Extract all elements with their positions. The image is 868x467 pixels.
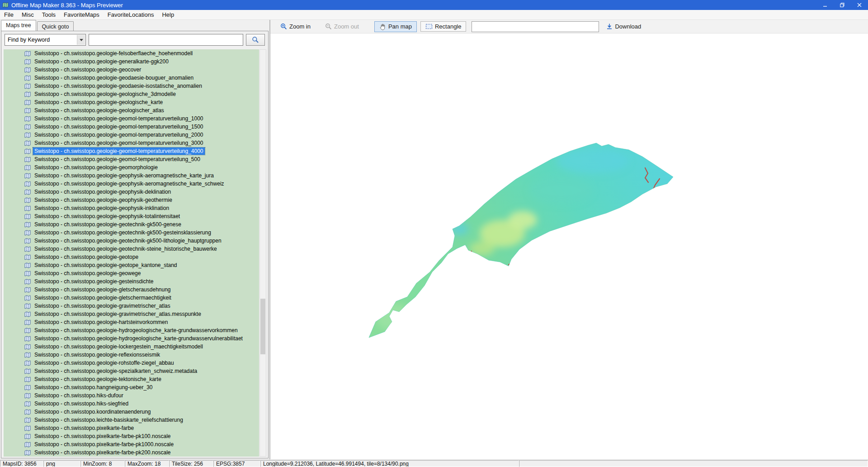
list-item[interactable]: Swisstopo - ch.swisstopo.geologie-hydrog… — [4, 334, 259, 343]
list-item[interactable]: Swisstopo - ch.swisstopo.geologie-felsob… — [4, 49, 259, 57]
rectangle-toggle[interactable]: Rectangle — [420, 21, 467, 32]
list-item-label: Swisstopo - ch.swisstopo.geologie-geophy… — [33, 213, 181, 220]
list-item[interactable]: Swisstopo - ch.swisstopo.geologie-gravim… — [4, 302, 259, 310]
map-layer-icon — [24, 197, 31, 203]
list-item-label: Swisstopo - ch.swisstopo.pixelkarte-farb… — [33, 441, 175, 448]
map-viewport[interactable] — [270, 34, 868, 459]
restore-button[interactable] — [834, 0, 851, 10]
list-item[interactable]: Swisstopo - ch.swisstopo.geologie-locker… — [4, 343, 259, 351]
list-item[interactable]: Swisstopo - ch.swisstopo.leichte-basiska… — [4, 416, 259, 424]
hand-icon — [379, 23, 386, 30]
list-item[interactable]: Swisstopo - ch.swisstopo.geologie-geocov… — [4, 66, 259, 74]
keyword-input[interactable] — [89, 34, 243, 46]
list-item[interactable]: Swisstopo - ch.swisstopo.geologie-reflex… — [4, 351, 259, 359]
list-item[interactable]: Swisstopo - ch.swisstopo.geologie-gletsc… — [4, 294, 259, 302]
list-item[interactable]: Swisstopo - ch.swisstopo.geologie-genera… — [4, 57, 259, 66]
list-item[interactable]: Swisstopo - ch.swisstopo.geologie-geophy… — [4, 196, 259, 204]
download-button[interactable]: Download — [604, 22, 643, 31]
list-item[interactable]: Swisstopo - ch.swisstopo.geologie-geodae… — [4, 74, 259, 82]
map-layer-icon — [24, 246, 31, 252]
maps-list-scrollbar[interactable] — [259, 49, 266, 457]
map-layer-icon — [24, 51, 31, 57]
list-item[interactable]: Swisstopo - ch.swisstopo.pixelkarte-farb… — [4, 448, 259, 457]
list-item-label: Swisstopo - ch.swisstopo.geologie-geotec… — [33, 229, 212, 236]
zoom-out-button[interactable]: Zoom out — [323, 22, 361, 31]
list-item[interactable]: Swisstopo - ch.swisstopo.geologie-geolog… — [4, 90, 259, 98]
list-item[interactable]: Swisstopo - ch.swisstopo.geologie-gletsc… — [4, 286, 259, 294]
list-item[interactable]: Swisstopo - ch.swisstopo.geologie-spezia… — [4, 367, 259, 375]
list-item-label: Swisstopo - ch.swisstopo.geologie-geophy… — [33, 188, 172, 195]
list-item[interactable]: Swisstopo - ch.swisstopo.pixelkarte-farb… — [4, 432, 259, 440]
list-item[interactable]: Swisstopo - ch.swisstopo.geologie-rohsto… — [4, 359, 259, 367]
map-layer-icon — [24, 91, 31, 97]
list-item[interactable]: Swisstopo - ch.swisstopo.geologie-geophy… — [4, 204, 259, 212]
list-item[interactable]: Swisstopo - ch.swisstopo.geologie-hartst… — [4, 318, 259, 326]
list-item[interactable]: Swisstopo - ch.swisstopo.geologie-geomol… — [4, 123, 259, 131]
rectangle-icon — [425, 24, 433, 29]
title-bar: Offline Map Maker 8.363 - Maps Previewer — [0, 0, 868, 10]
list-item[interactable]: Swisstopo - ch.swisstopo.geologie-gestei… — [4, 277, 259, 286]
list-item[interactable]: Swisstopo - ch.swisstopo.geologie-geolog… — [4, 98, 259, 106]
search-button[interactable] — [246, 34, 265, 46]
menu-item-file[interactable]: File — [0, 10, 18, 19]
list-item[interactable]: Swisstopo - ch.swisstopo.geologie-geotec… — [4, 229, 259, 237]
list-item[interactable]: Swisstopo - ch.swisstopo.geologie-geotop… — [4, 261, 259, 269]
close-button[interactable] — [851, 0, 868, 10]
list-item[interactable]: Swisstopo - ch.swisstopo.geologie-gravim… — [4, 310, 259, 318]
tab-maps-tree[interactable]: Maps tree — [1, 20, 36, 31]
toolbar-text-input[interactable] — [472, 21, 599, 32]
list-item[interactable]: Swisstopo - ch.swisstopo.geologie-geotec… — [4, 245, 259, 253]
list-item[interactable]: Swisstopo - ch.swisstopo.geologie-geotop… — [4, 253, 259, 261]
pan-map-toggle[interactable]: Pan map — [374, 21, 417, 32]
list-item[interactable]: Swisstopo - ch.swisstopo.geologie-geoweg… — [4, 269, 259, 277]
list-item[interactable]: Swisstopo - ch.swisstopo.geologie-geotec… — [4, 220, 259, 229]
list-item[interactable]: Swisstopo - ch.swisstopo.geologie-geomol… — [4, 131, 259, 139]
list-item[interactable]: Swisstopo - ch.swisstopo.geologie-geodae… — [4, 82, 259, 90]
list-item[interactable]: Swisstopo - ch.swisstopo.pixelkarte-farb… — [4, 440, 259, 448]
map-layer-icon — [24, 181, 31, 187]
scrollbar-thumb[interactable] — [260, 299, 265, 354]
map-layer-icon — [24, 295, 31, 301]
list-item-label: Swisstopo - ch.swisstopo.geologie-geocov… — [33, 66, 142, 73]
map-layer-icon — [24, 352, 31, 358]
list-item-label: Swisstopo - ch.swisstopo.geologie-felsob… — [33, 50, 194, 57]
map-layer-icon — [24, 328, 31, 334]
download-label: Download — [615, 23, 641, 30]
menu-item-tools[interactable]: Tools — [38, 10, 60, 19]
find-mode-combobox[interactable]: Find by Keyword — [5, 34, 86, 46]
list-item[interactable]: Swisstopo - ch.swisstopo.geologie-geomor… — [4, 163, 259, 172]
list-item[interactable]: Swisstopo - ch.swisstopo.geologie-hydrog… — [4, 326, 259, 334]
map-layer-icon — [24, 205, 31, 211]
menu-item-favoritelocations[interactable]: FavoriteLocations — [104, 10, 158, 19]
list-item[interactable]: Swisstopo - ch.swisstopo.geologie-geomol… — [4, 139, 259, 147]
list-item[interactable]: Swisstopo - ch.swisstopo.geologie-geomol… — [4, 147, 259, 155]
list-item[interactable]: Swisstopo - ch.swisstopo.pixelkarte-farb… — [4, 424, 259, 432]
list-item[interactable]: Swisstopo - ch.swisstopo.geologie-geophy… — [4, 172, 259, 180]
list-item[interactable]: Swisstopo - ch.swisstopo.geologie-geophy… — [4, 180, 259, 188]
list-item[interactable]: Swisstopo - ch.swisstopo.hiks-siegfried — [4, 400, 259, 408]
menu-item-favoritemaps[interactable]: FavoriteMaps — [60, 10, 104, 19]
zoom-in-button[interactable]: Zoom in — [278, 22, 312, 31]
list-item[interactable]: Swisstopo - ch.swisstopo.hiks-dufour — [4, 391, 259, 400]
list-item[interactable]: Swisstopo - ch.swisstopo.geologie-geomol… — [4, 114, 259, 123]
menu-item-misc[interactable]: Misc — [18, 10, 38, 19]
tab-quick-goto[interactable]: Quick goto — [37, 21, 74, 31]
list-item-label: Swisstopo - ch.swisstopo.geologie-geotec… — [33, 245, 218, 253]
list-item[interactable]: Swisstopo - ch.swisstopo.koordinatenaend… — [4, 408, 259, 416]
minimize-button[interactable] — [816, 0, 834, 10]
list-item-label: Swisstopo - ch.swisstopo.geologie-geomol… — [33, 131, 205, 138]
list-item-label: Swisstopo - ch.swisstopo.geologie-gestei… — [33, 278, 155, 285]
list-item[interactable]: Swisstopo - ch.swisstopo.geologie-geotec… — [4, 237, 259, 245]
list-item[interactable]: Swisstopo - ch.swisstopo.geologie-geophy… — [4, 212, 259, 220]
list-item-label: Swisstopo - ch.swisstopo.geologie-geotop… — [33, 253, 140, 261]
menu-item-help[interactable]: Help — [158, 10, 178, 19]
rectangle-label: Rectangle — [435, 23, 462, 30]
zoom-in-label: Zoom in — [289, 23, 311, 30]
list-item[interactable]: Swisstopo - ch.swisstopo.geologie-geophy… — [4, 188, 259, 196]
list-item[interactable]: Swisstopo - ch.swisstopo.geologie-tekton… — [4, 375, 259, 383]
list-item[interactable]: Swisstopo - ch.swisstopo.hangneigung-ueb… — [4, 383, 259, 391]
list-item[interactable]: Swisstopo - ch.swisstopo.geologie-geomol… — [4, 155, 259, 163]
combo-dropdown-button[interactable] — [77, 35, 85, 45]
list-item-label: Swisstopo - ch.swisstopo.pixelkarte-farb… — [33, 433, 172, 440]
list-item[interactable]: Swisstopo - ch.swisstopo.geologie-geolog… — [4, 106, 259, 114]
